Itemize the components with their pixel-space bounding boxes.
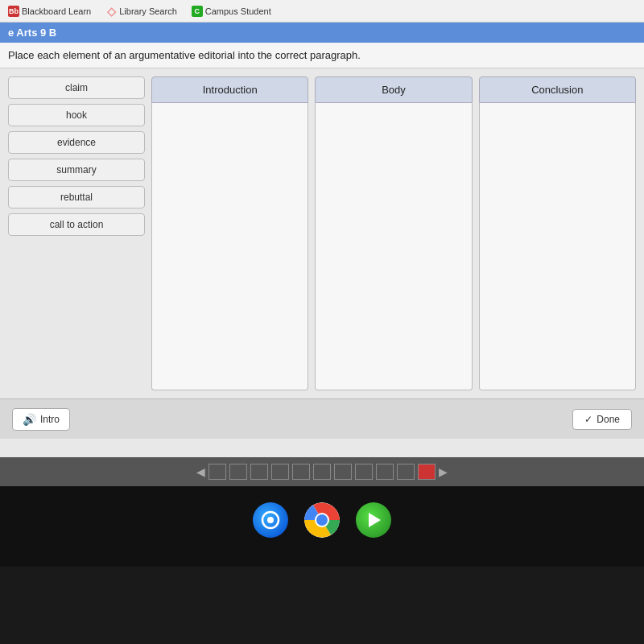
paragraphs-area: Introduction Body Conclusion	[151, 76, 636, 390]
taskbar	[0, 486, 644, 567]
bookmarks-bar: Bb Blackboard Learn ◇ Library Search C C…	[0, 0, 644, 23]
slide-dot-5[interactable]	[292, 464, 310, 480]
app-header-title: e Arts 9 B	[8, 27, 56, 39]
app-container: e Arts 9 B Place each element of an argu…	[0, 23, 644, 457]
campus-icon: C	[192, 6, 203, 17]
chromebook-icon[interactable]	[253, 502, 288, 538]
slide-dot-3[interactable]	[250, 464, 268, 480]
element-evidence[interactable]: evidence	[8, 131, 145, 154]
element-claim[interactable]: claim	[8, 76, 145, 99]
intro-button[interactable]: 🔊 Intro	[12, 408, 70, 431]
paragraph-introduction: Introduction	[151, 76, 308, 390]
slide-dot-1[interactable]	[208, 464, 226, 480]
prev-slide-button[interactable]: ◀	[196, 465, 205, 478]
campus-label: Campus Student	[205, 6, 271, 16]
next-slide-button[interactable]: ▶	[439, 465, 448, 478]
slide-nav: ◀ ▶	[0, 457, 644, 486]
instruction-text: Place each element of an argumentative e…	[8, 49, 361, 61]
app-header: e Arts 9 B	[0, 23, 644, 43]
done-label: Done	[597, 414, 620, 425]
slide-dot-7[interactable]	[334, 464, 352, 480]
footer-bar: 🔊 Intro ✓ Done	[0, 398, 644, 439]
slide-dot-2[interactable]	[229, 464, 247, 480]
bookmark-bb[interactable]: Bb Blackboard Learn	[5, 4, 94, 19]
play-icon[interactable]	[356, 502, 391, 538]
main-content: claim hook evidence summary rebuttal cal…	[0, 68, 644, 398]
bb-label: Blackboard Learn	[22, 6, 91, 16]
slide-dot-11[interactable]	[418, 464, 436, 480]
slide-dot-4[interactable]	[271, 464, 289, 480]
elements-column: claim hook evidence summary rebuttal cal…	[8, 76, 145, 390]
paragraph-conclusion: Conclusion	[479, 76, 636, 390]
checkmark-icon: ✓	[584, 414, 592, 425]
introduction-body[interactable]	[151, 103, 308, 390]
library-icon: ◇	[105, 6, 117, 17]
svg-point-4	[316, 514, 328, 526]
conclusion-header: Conclusion	[479, 76, 636, 103]
introduction-header: Introduction	[151, 76, 308, 103]
conclusion-body[interactable]	[479, 103, 636, 390]
bookmark-library[interactable]: ◇ Library Search	[102, 4, 180, 19]
chromebook-svg	[260, 510, 281, 530]
svg-marker-5	[369, 513, 381, 527]
chrome-svg	[304, 502, 340, 538]
instruction-bar: Place each element of an argumentative e…	[0, 43, 644, 68]
play-svg	[365, 511, 382, 529]
bookmark-campus[interactable]: C Campus Student	[188, 4, 275, 19]
slide-dot-6[interactable]	[313, 464, 331, 480]
element-rebuttal[interactable]: rebuttal	[8, 186, 145, 208]
intro-label: Intro	[40, 414, 60, 425]
done-button[interactable]: ✓ Done	[572, 409, 632, 430]
slide-dot-10[interactable]	[397, 464, 415, 480]
slide-dot-8[interactable]	[355, 464, 373, 480]
element-call-to-action[interactable]: call to action	[8, 213, 145, 236]
library-label: Library Search	[119, 6, 177, 16]
body-header: Body	[315, 76, 472, 103]
bb-icon: Bb	[8, 6, 19, 17]
body-body[interactable]	[315, 103, 472, 390]
svg-point-1	[267, 517, 274, 523]
element-summary[interactable]: summary	[8, 159, 145, 181]
speaker-icon: 🔊	[23, 413, 36, 426]
chrome-icon[interactable]	[304, 502, 340, 538]
slide-dot-9[interactable]	[376, 464, 394, 480]
element-hook[interactable]: hook	[8, 104, 145, 126]
paragraph-body: Body	[315, 76, 472, 390]
